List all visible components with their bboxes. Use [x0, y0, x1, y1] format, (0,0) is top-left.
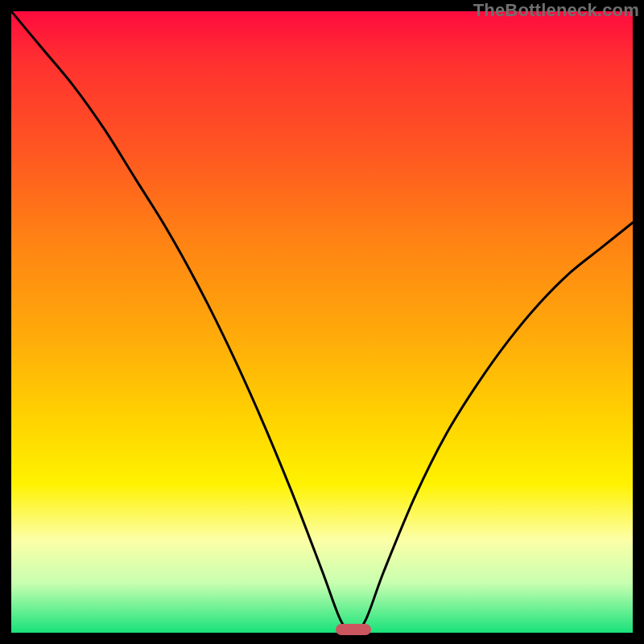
chart-plot-area [11, 11, 633, 633]
bottleneck-curve [11, 11, 633, 633]
watermark-label: TheBottleneck.com [473, 0, 639, 21]
chart-frame: TheBottleneck.com [0, 0, 644, 644]
optimum-marker [336, 624, 371, 635]
